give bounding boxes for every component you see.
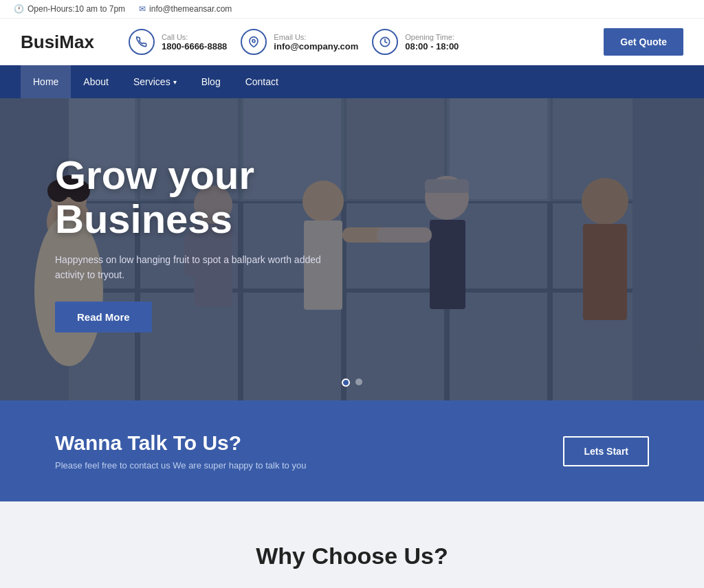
header-contacts: Call Us: 1800-6666-8888 Email Us: info@c… [129,29,583,55]
hero-dot-2[interactable] [355,378,362,385]
cta-title: Wanna Talk To Us? [55,431,306,455]
cta-band: Wanna Talk To Us? Please feel free to co… [0,400,704,501]
logo[interactable]: BusiMax [21,32,94,53]
email-text-group: Email Us: info@company.com [274,33,358,52]
map-pin-icon [248,36,259,47]
email-icon: ✉ [139,4,146,14]
nav-services[interactable]: Services ▾ [121,65,189,98]
svg-point-0 [252,40,255,43]
phone-text-group: Call Us: 1800-6666-8888 [162,33,227,52]
why-title: Why Choose Us? [55,543,649,569]
top-bar-email: ✉ info@themeansar.com [139,4,232,14]
navigation: Home About Services ▾ Blog Contact [0,65,704,98]
phone-label: Call Us: [162,33,227,41]
phone-icon [136,36,147,47]
hero-title: Grow your Business [55,153,358,241]
email-value: info@company.com [274,41,358,52]
top-bar-hours: 🕐 Open-Hours:10 am to 7pm [14,4,125,14]
phone-value: 1800-6666-8888 [162,41,227,52]
hero-content: Grow your Business Happyness on low hang… [0,98,412,360]
hours-text: Open-Hours:10 am to 7pm [28,4,125,14]
cta-subtitle: Please feel free to contact us We are su… [55,460,306,471]
hero-subtitle: Happyness on low hanging fruit to spot a… [55,252,330,283]
cta-text-group: Wanna Talk To Us? Please feel free to co… [55,431,306,471]
nav-blog[interactable]: Blog [189,65,233,98]
clock-icon-circle [372,29,398,55]
nav-about[interactable]: About [71,65,121,98]
phone-icon-circle [129,29,155,55]
contact-hours: Opening Time: 08:00 - 18:00 [372,29,459,55]
header: BusiMax Call Us: 1800-6666-8888 Email [0,19,704,65]
hero-dot-1[interactable] [342,378,350,387]
opening-value: 08:00 - 18:00 [405,41,459,52]
email-label: Email Us: [274,33,358,41]
hero-dots [342,378,362,387]
contact-email: Email Us: info@company.com [241,29,358,55]
opening-label: Opening Time: [405,33,459,41]
top-bar: 🕐 Open-Hours:10 am to 7pm ✉ info@themean… [0,0,704,19]
read-more-button[interactable]: Read More [55,302,152,332]
clock-icon [380,36,390,47]
email-text: info@themeansar.com [149,4,232,14]
email-icon-circle [241,29,267,55]
nav-home[interactable]: Home [21,65,71,98]
hours-text-group: Opening Time: 08:00 - 18:00 [405,33,459,52]
clock-icon: 🕐 [14,4,24,14]
chevron-down-icon: ▾ [173,78,177,86]
lets-start-button[interactable]: Lets Start [563,436,649,466]
why-section: Why Choose Us? [0,501,704,588]
get-quote-button[interactable]: Get Quote [604,28,683,56]
contact-phone: Call Us: 1800-6666-8888 [129,29,227,55]
hero-section: Grow your Business Happyness on low hang… [0,98,704,400]
nav-contact[interactable]: Contact [233,65,291,98]
